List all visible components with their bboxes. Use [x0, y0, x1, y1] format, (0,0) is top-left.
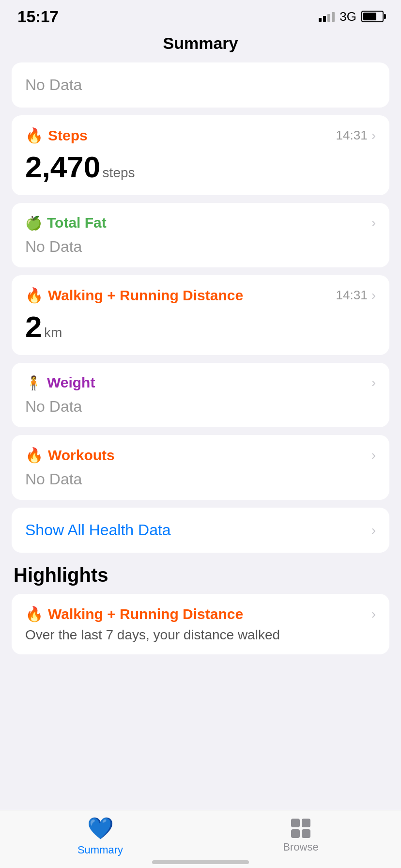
highlights-title: Highlights: [12, 564, 389, 586]
weight-no-data: No Data: [25, 398, 82, 415]
walking-running-header: 🔥 Walking + Running Distance 14:31 ›: [25, 287, 376, 304]
highlights-card-subtitle: Over the last 7 days, your distance walk…: [25, 627, 376, 643]
flame-icon-3: 🔥: [25, 447, 43, 464]
walking-running-unit: km: [44, 325, 62, 340]
show-all-label: Show All Health Data: [25, 521, 171, 539]
weight-title-row: 🧍 Weight: [25, 374, 95, 391]
heart-icon: 💙: [87, 816, 114, 841]
steps-value-row: 2,470 steps: [25, 151, 376, 184]
signal-icon: [319, 11, 335, 22]
home-indicator: [152, 860, 249, 864]
workouts-title-row: 🔥 Workouts: [25, 447, 115, 464]
workouts-card[interactable]: 🔥 Workouts › No Data: [12, 435, 389, 500]
walking-running-title: Walking + Running Distance: [48, 287, 243, 304]
total-fat-title-row: 🍏 Total Fat: [25, 215, 107, 231]
tab-summary[interactable]: 💙 Summary: [0, 816, 200, 856]
no-data-top-card: No Data: [12, 62, 389, 108]
walking-running-chevron: ›: [371, 288, 376, 303]
flame-icon: 🔥: [25, 127, 43, 144]
battery-icon: [361, 11, 384, 22]
weight-card-header: 🧍 Weight ›: [25, 374, 376, 391]
total-fat-card-header: 🍏 Total Fat ›: [25, 215, 376, 231]
workouts-no-data: No Data: [25, 470, 82, 488]
workouts-title: Workouts: [48, 447, 115, 464]
status-time: 15:17: [17, 7, 58, 26]
highlights-title-row: 🔥 Walking + Running Distance: [25, 605, 243, 622]
page-title: Summary: [0, 29, 401, 62]
steps-card-header: 🔥 Steps 14:31 ›: [25, 127, 376, 144]
tab-browse[interactable]: Browse: [200, 819, 401, 853]
steps-value: 2,470: [25, 150, 100, 184]
weight-title: Weight: [47, 374, 95, 391]
walking-running-card[interactable]: 🔥 Walking + Running Distance 14:31 › 2 k…: [12, 275, 389, 355]
highlights-chevron: ›: [371, 606, 376, 622]
steps-chevron: ›: [371, 128, 376, 143]
total-fat-title: Total Fat: [47, 215, 107, 231]
browse-icon: [291, 819, 310, 838]
no-data-top-text: No Data: [25, 76, 82, 93]
steps-card[interactable]: 🔥 Steps 14:31 › 2,470 steps: [12, 115, 389, 195]
workouts-card-header: 🔥 Workouts ›: [25, 447, 376, 464]
network-label: 3G: [339, 9, 356, 24]
tab-browse-label: Browse: [283, 841, 318, 853]
show-all-health-data-button[interactable]: Show All Health Data ›: [12, 508, 389, 553]
show-all-chevron: ›: [371, 523, 376, 538]
cards-container: No Data 🔥 Steps 14:31 › 2,470 steps 🍏 To…: [0, 62, 401, 553]
walking-running-time: 14:31: [336, 288, 368, 303]
tab-summary-label: Summary: [77, 844, 123, 856]
weight-card[interactable]: 🧍 Weight › No Data: [12, 363, 389, 427]
tab-bar: 💙 Summary Browse: [0, 810, 401, 868]
workouts-chevron: ›: [371, 448, 376, 463]
highlights-card[interactable]: 🔥 Walking + Running Distance › Over the …: [12, 594, 389, 654]
walking-running-title-row: 🔥 Walking + Running Distance: [25, 287, 243, 304]
steps-title: Steps: [48, 127, 88, 144]
total-fat-chevron: ›: [371, 215, 376, 231]
total-fat-card[interactable]: 🍏 Total Fat › No Data: [12, 203, 389, 267]
weight-chevron: ›: [371, 375, 376, 390]
highlights-card-title: Walking + Running Distance: [48, 606, 243, 622]
steps-unit: steps: [103, 165, 135, 180]
apple-icon: 🍏: [25, 215, 42, 231]
person-icon: 🧍: [25, 375, 42, 391]
flame-icon-2: 🔥: [25, 287, 43, 304]
status-right: 3G: [319, 9, 384, 24]
walking-running-value-row: 2 km: [25, 310, 376, 343]
walking-running-value: 2: [25, 310, 42, 343]
steps-time: 14:31: [336, 128, 368, 143]
total-fat-no-data: No Data: [25, 238, 82, 255]
highlights-section: Highlights 🔥 Walking + Running Distance …: [0, 553, 401, 654]
flame-icon-highlights: 🔥: [25, 605, 43, 622]
steps-title-row: 🔥 Steps: [25, 127, 88, 144]
highlights-card-header: 🔥 Walking + Running Distance ›: [25, 605, 376, 622]
status-bar: 15:17 3G: [0, 0, 401, 29]
